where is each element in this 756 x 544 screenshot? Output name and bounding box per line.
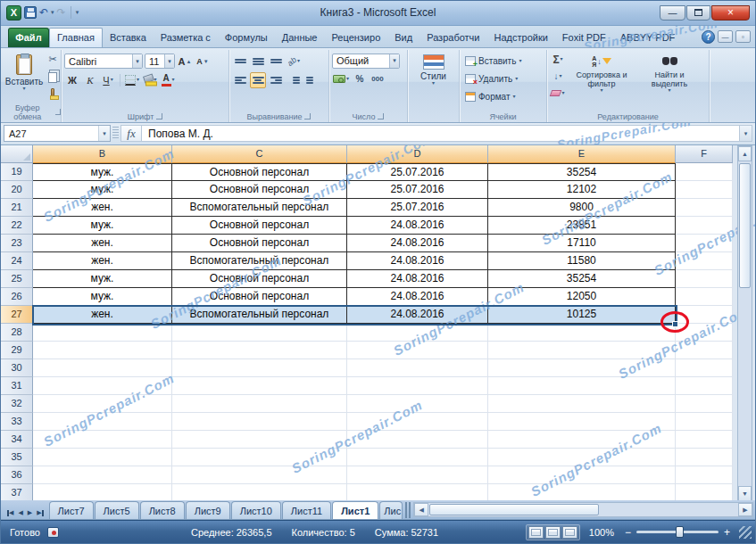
workbook-restore-icon[interactable]: ▫ — [735, 30, 751, 43]
ribbon-tab-0[interactable]: Главная — [49, 28, 103, 47]
zoom-in-button[interactable]: + — [720, 526, 734, 539]
row-header-28[interactable]: 28 — [1, 324, 33, 342]
borders-button[interactable]: ▾ — [124, 72, 140, 88]
cell-C19[interactable]: Основной персонал — [172, 163, 347, 181]
ribbon-tab-5[interactable]: Рецензиро — [324, 28, 387, 47]
ribbon-tab-8[interactable]: Надстройки — [487, 28, 555, 47]
ribbon-tab-file[interactable]: Файл — [8, 28, 49, 47]
dialog-launcher-icon[interactable] — [378, 113, 384, 120]
undo-dropdown-icon[interactable]: ▾ — [51, 9, 54, 16]
align-bottom-button[interactable] — [268, 54, 284, 70]
cell-E20[interactable]: 12102 — [488, 181, 676, 199]
insert-function-button[interactable]: fx — [120, 125, 142, 142]
row-header-30[interactable]: 30 — [1, 359, 33, 377]
row-header-23[interactable]: 23 — [1, 235, 33, 252]
cell-B37[interactable] — [33, 484, 172, 501]
minimize-button[interactable]: — — [660, 5, 685, 21]
dialog-launcher-icon[interactable] — [156, 113, 162, 120]
styles-button[interactable]: Стили ▾ — [415, 52, 453, 110]
name-box[interactable]: A27▾ — [4, 125, 111, 142]
column-header-E[interactable]: E — [488, 145, 676, 163]
cell-B31[interactable] — [33, 377, 172, 395]
scroll-up-button[interactable]: ▲ — [738, 146, 752, 161]
scroll-left-button[interactable]: ◀ — [414, 503, 428, 516]
ribbon-tab-10[interactable]: ABBYY PDF — [613, 28, 683, 47]
find-select-button[interactable]: Найти и выделить ▾ — [636, 52, 703, 110]
cell-F33[interactable] — [676, 413, 733, 431]
row-header-33[interactable]: 33 — [1, 413, 33, 431]
cell-B25[interactable]: муж. — [33, 270, 172, 288]
cell-E26[interactable]: 12050 — [488, 288, 676, 306]
last-sheet-button[interactable]: ▶ — [35, 509, 45, 516]
sheet-tab-5[interactable]: Лист11 — [282, 501, 331, 519]
cell-F25[interactable] — [676, 270, 733, 288]
maximize-button[interactable] — [686, 5, 710, 21]
row-header-24[interactable]: 24 — [1, 252, 33, 270]
expand-formula-bar-button[interactable]: ▾ — [740, 125, 752, 142]
delete-cells-button[interactable]: × Удалить▾ — [462, 70, 544, 87]
cell-C33[interactable] — [172, 413, 347, 431]
cell-C25[interactable]: Основной персонал — [172, 270, 347, 288]
resize-grip[interactable] — [739, 526, 752, 539]
cell-E23[interactable]: 17110 — [488, 235, 676, 252]
help-icon[interactable]: ? — [702, 30, 715, 44]
cell-D26[interactable]: 24.08.2016 — [347, 288, 488, 306]
macro-record-icon[interactable] — [47, 527, 59, 538]
cell-F24[interactable] — [676, 252, 733, 270]
comma-style-button[interactable]: 000 — [370, 71, 386, 87]
cell-C22[interactable]: Основной персонал — [172, 217, 347, 235]
cell-D24[interactable]: 24.08.2016 — [347, 252, 488, 270]
column-header-D[interactable]: D — [347, 145, 488, 163]
sheet-tab-4[interactable]: Лист10 — [231, 501, 281, 519]
decrease-indent-button[interactable] — [286, 72, 302, 88]
cell-D32[interactable] — [347, 395, 488, 413]
ribbon-tab-2[interactable]: Разметка с — [154, 28, 218, 47]
cell-E32[interactable] — [488, 395, 676, 413]
previous-sheet-button[interactable]: ◀ — [16, 509, 24, 516]
cell-E24[interactable]: 11580 — [488, 252, 676, 270]
cell-E36[interactable] — [488, 466, 676, 484]
normal-view-button[interactable] — [528, 526, 544, 539]
cell-B21[interactable]: жен. — [33, 199, 172, 217]
vertical-scrollbar[interactable]: ▲ ▼ — [737, 145, 752, 501]
orientation-button[interactable]: ab▾ — [286, 54, 302, 70]
cell-F34[interactable] — [676, 431, 733, 449]
row-header-35[interactable]: 35 — [1, 449, 33, 466]
zoom-slider[interactable] — [636, 531, 719, 533]
format-painter-button[interactable] — [45, 86, 61, 102]
cell-D30[interactable] — [347, 359, 488, 377]
cell-E21[interactable]: 9800 — [488, 199, 676, 217]
grow-font-button[interactable]: А▲ — [177, 54, 193, 70]
cut-button[interactable]: ✂ — [45, 52, 61, 68]
close-button[interactable]: × — [711, 5, 750, 21]
cell-E34[interactable] — [488, 431, 676, 449]
column-header-C[interactable]: C — [172, 145, 347, 163]
cell-E33[interactable] — [488, 413, 676, 431]
cell-C23[interactable]: Основной персонал — [172, 235, 347, 252]
align-left-button[interactable] — [232, 72, 248, 88]
row-header-26[interactable]: 26 — [1, 288, 33, 306]
cell-B33[interactable] — [33, 413, 172, 431]
cell-D36[interactable] — [347, 466, 488, 484]
cell-F22[interactable] — [676, 217, 733, 235]
cell-C26[interactable]: Основной персонал — [172, 288, 347, 306]
cell-D28[interactable] — [347, 324, 488, 342]
dialog-launcher-icon[interactable] — [304, 113, 311, 120]
font-color-button[interactable]: А▾ — [160, 72, 176, 88]
row-header-34[interactable]: 34 — [1, 431, 33, 449]
row-header-25[interactable]: 25 — [1, 270, 33, 288]
ribbon-tab-7[interactable]: Разработчи — [420, 28, 486, 47]
cell-D33[interactable] — [347, 413, 488, 431]
cell-E25[interactable]: 35254 — [488, 270, 676, 288]
underline-button[interactable]: Ч▾ — [100, 72, 116, 88]
sort-filter-button[interactable]: АЯ↓ Сортировка и фильтр ▾ — [568, 52, 636, 110]
cell-C31[interactable] — [172, 377, 347, 395]
cell-C32[interactable] — [172, 395, 347, 413]
row-header-27[interactable]: 27 — [1, 306, 33, 324]
cell-C29[interactable] — [172, 342, 347, 359]
next-sheet-button[interactable]: ▶ — [26, 509, 34, 516]
horizontal-scroll-track[interactable] — [600, 503, 738, 516]
ribbon-tab-4[interactable]: Данные — [275, 28, 325, 47]
autosum-button[interactable]: Σ▾ — [550, 52, 566, 68]
cell-F21[interactable] — [676, 199, 733, 217]
